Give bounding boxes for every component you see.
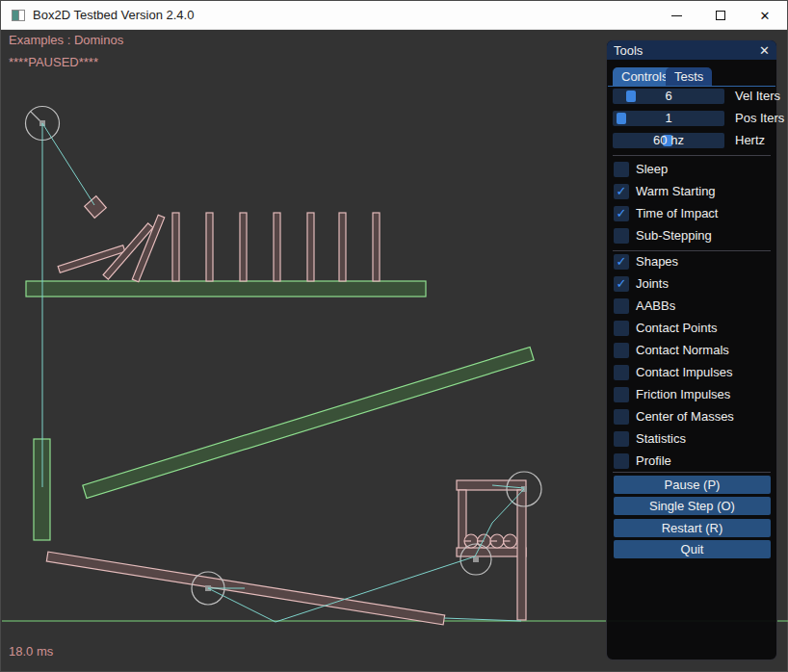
- checkbox-label: Sleep: [636, 162, 668, 177]
- panel-close-icon[interactable]: ✕: [759, 44, 770, 57]
- checkbox-label: Warm Starting: [636, 184, 716, 199]
- app-icon: [12, 10, 25, 21]
- tab-underline: [608, 86, 775, 87]
- shelf-balls: [464, 534, 517, 548]
- checkbox[interactable]: ✓: [614, 343, 629, 358]
- table-right-leg: [517, 490, 526, 620]
- checkbox[interactable]: ✓: [614, 453, 629, 469]
- restart-button[interactable]: Restart (R): [614, 519, 771, 537]
- checkbox[interactable]: ✓: [614, 206, 629, 221]
- checkbox[interactable]: ✓: [614, 228, 629, 244]
- domino-platform: [26, 281, 426, 297]
- checkbox[interactable]: ✓: [614, 254, 629, 270]
- anchor-center-squares: [39, 120, 527, 591]
- checkbox-label: Shapes: [636, 254, 678, 270]
- window-titlebar[interactable]: Box2D Testbed Version 2.4.0 ✕: [1, 1, 787, 30]
- standing-domino: [339, 213, 346, 281]
- separator: [613, 155, 771, 156]
- minimize-icon: [671, 15, 682, 16]
- pendulum-box: [85, 196, 107, 219]
- checkbox-label: Statistics: [636, 431, 686, 447]
- app-window: Examples : Dominos ****PAUSED**** 18.0 m…: [0, 0, 788, 672]
- checkbox-label: Profile: [636, 453, 671, 469]
- checkbox[interactable]: ✓: [614, 162, 629, 177]
- maximize-icon: [716, 11, 725, 20]
- dynamic-bodies: [46, 196, 526, 625]
- slider-label: Hertz: [735, 133, 765, 148]
- checkbox[interactable]: ✓: [614, 298, 629, 314]
- close-icon: ✕: [760, 9, 771, 23]
- checkbox[interactable]: ✓: [614, 387, 629, 402]
- standing-domino: [373, 213, 380, 281]
- standing-domino: [307, 213, 314, 281]
- example-title: Examples : Dominos: [9, 33, 123, 47]
- window-title: Box2D Testbed Version 2.4.0: [33, 8, 194, 22]
- slider-value: 1: [613, 111, 724, 126]
- standing-domino: [172, 213, 179, 281]
- tilted-green-plank: [83, 347, 534, 498]
- checkbox-label: Contact Normals: [636, 343, 729, 358]
- standing-domino: [274, 213, 280, 281]
- static-bodies: [26, 281, 534, 540]
- slider-value: 60 hz: [613, 133, 724, 148]
- standing-domino: [240, 213, 247, 281]
- tools-panel-title: Tools: [614, 43, 759, 58]
- pause-button[interactable]: Pause (P): [614, 476, 771, 494]
- checkbox-label: AABBs: [636, 298, 675, 314]
- frame-time: 18.0 ms: [9, 644, 53, 659]
- checkbox[interactable]: ✓: [614, 409, 629, 425]
- checkbox-label: Center of Masses: [636, 409, 734, 425]
- slider-label: Pos Iters: [735, 111, 784, 126]
- separator: [613, 472, 771, 473]
- checkbox[interactable]: ✓: [614, 276, 629, 292]
- quit-button[interactable]: Quit: [614, 540, 771, 558]
- single-step-button[interactable]: Single Step (O): [614, 497, 771, 515]
- checkbox[interactable]: ✓: [614, 365, 629, 380]
- checkbox-label: Time of Impact: [636, 206, 718, 221]
- standing-domino: [206, 213, 213, 281]
- table-top: [457, 480, 526, 490]
- tools-panel-titlebar[interactable]: Tools ✕: [607, 40, 776, 60]
- maximize-button[interactable]: [698, 1, 743, 30]
- checkbox-label: Contact Impulses: [636, 365, 732, 380]
- checkbox[interactable]: ✓: [614, 431, 629, 447]
- separator: [613, 250, 771, 251]
- checkbox-label: Sub-Stepping: [636, 228, 712, 244]
- minimize-button[interactable]: [654, 1, 698, 30]
- close-button[interactable]: ✕: [743, 1, 787, 30]
- checkbox-label: Friction Impulses: [636, 387, 730, 402]
- tab-tests[interactable]: Tests: [666, 67, 712, 86]
- checkbox-label: Joints: [636, 276, 669, 292]
- checkbox-label: Contact Points: [636, 321, 718, 336]
- checkbox[interactable]: ✓: [614, 184, 629, 199]
- tools-panel: Tools ✕ Controls Tests 6 Vel Iters 1 Pos…: [606, 39, 777, 660]
- slider-label: Vel Iters: [735, 89, 780, 104]
- paused-status: ****PAUSED****: [9, 55, 98, 69]
- tab-bar: Controls Tests: [613, 67, 776, 87]
- checkbox[interactable]: ✓: [614, 321, 629, 336]
- slider-value: 6: [613, 89, 724, 104]
- seesaw-plank: [46, 552, 444, 625]
